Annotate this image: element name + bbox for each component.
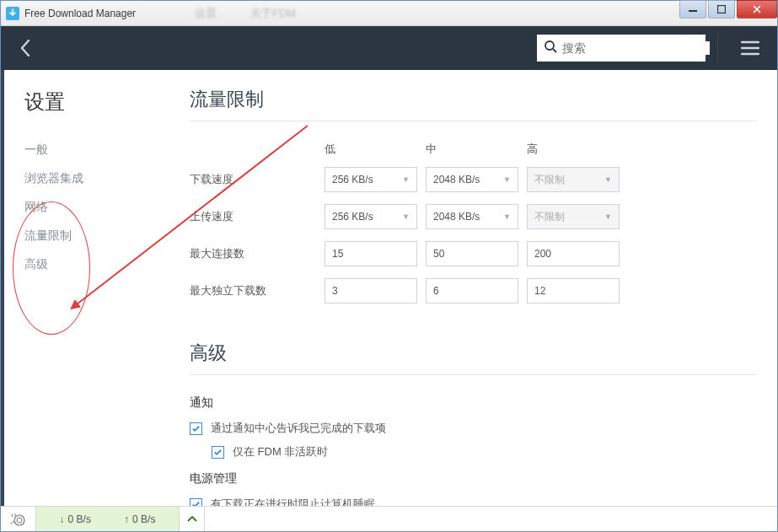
maxconn-mid-input[interactable] xyxy=(426,241,518,266)
maxconn-high-input[interactable] xyxy=(527,241,620,266)
checkbox-row-notify-inactive[interactable]: 仅在 FDM 非活跃时 xyxy=(212,444,757,459)
sidebar-item-network[interactable]: 网络 xyxy=(24,193,169,222)
window-controls xyxy=(678,1,777,25)
search-icon xyxy=(544,40,557,56)
col-mid: 中 xyxy=(426,142,527,157)
subheading-notify: 通知 xyxy=(190,395,757,411)
maxdl-low-input[interactable] xyxy=(325,278,417,304)
checkbox-icon[interactable] xyxy=(190,498,202,507)
settings-sidebar: 设置 一般 浏览器集成 网络 流量限制 高级 xyxy=(1,70,169,506)
upload-high-combo[interactable]: 不限制▼ xyxy=(527,204,620,229)
chevron-down-icon: ▼ xyxy=(402,175,410,184)
label-download-speed: 下载速度 xyxy=(190,172,325,187)
speed-indicator[interactable]: ↓ 0 B/s ↑ 0 B/s xyxy=(36,507,180,531)
section-title-advanced: 高级 xyxy=(190,341,757,375)
close-button[interactable] xyxy=(737,0,777,19)
minimize-button[interactable] xyxy=(679,0,706,19)
chevron-down-icon: ▼ xyxy=(604,212,612,221)
sidebar-item-browser-integration[interactable]: 浏览器集成 xyxy=(24,164,169,193)
traffic-column-headers: 低 中 高 xyxy=(190,142,757,157)
sidebar-item-advanced[interactable]: 高级 xyxy=(24,250,169,279)
section-title-traffic: 流量限制 xyxy=(190,87,757,121)
maxconn-low-input[interactable] xyxy=(325,241,417,266)
download-low-combo[interactable]: 256 KB/s▼ xyxy=(325,167,417,192)
chevron-down-icon: ▼ xyxy=(604,175,612,184)
download-high-combo[interactable]: 不限制▼ xyxy=(527,167,620,192)
status-bar: ↓ 0 B/s ↑ 0 B/s xyxy=(1,506,777,531)
download-speed: ↓ 0 B/s xyxy=(60,513,91,525)
svg-rect-1 xyxy=(689,10,697,12)
row-max-connections: 最大连接数 xyxy=(190,241,757,266)
label-max-connections: 最大连接数 xyxy=(190,246,325,261)
settings-content[interactable]: 流量限制 低 中 高 下载速度 256 KB/s▼ 2048 KB/s▼ 不限制… xyxy=(169,70,777,506)
main-area: 设置 一般 浏览器集成 网络 流量限制 高级 流量限制 低 中 高 下载速度 2… xyxy=(1,70,777,506)
sidebar-title: 设置 xyxy=(24,89,169,116)
row-upload-speed: 上传速度 256 KB/s▼ 2048 KB/s▼ 不限制▼ xyxy=(190,204,757,229)
chevron-down-icon: ▼ xyxy=(503,212,511,221)
checkbox-icon[interactable] xyxy=(190,422,202,435)
chevron-down-icon: ▼ xyxy=(503,175,511,184)
svg-rect-2 xyxy=(718,6,726,13)
maximize-button[interactable] xyxy=(708,0,735,19)
checkbox-label: 有下载正在进行时阻止计算机睡眠 xyxy=(211,497,375,506)
app-icon xyxy=(6,7,19,20)
checkbox-label: 仅在 FDM 非活跃时 xyxy=(233,444,328,459)
checkbox-icon[interactable] xyxy=(212,446,224,459)
sidebar-item-general[interactable]: 一般 xyxy=(24,136,169,164)
title-bar: Free Download Manager 设置关于FDM xyxy=(1,1,777,26)
col-high: 高 xyxy=(527,142,628,157)
snail-mode-button[interactable] xyxy=(1,507,36,531)
search-box[interactable] xyxy=(537,35,706,62)
row-download-speed: 下载速度 256 KB/s▼ 2048 KB/s▼ 不限制▼ xyxy=(190,167,757,192)
checkbox-row-prevent-sleep[interactable]: 有下载正在进行时阻止计算机睡眠 xyxy=(190,497,757,506)
svg-point-6 xyxy=(17,518,22,523)
window-title: Free Download Manager xyxy=(24,8,136,19)
col-low: 低 xyxy=(325,142,426,157)
upload-speed: ↑ 0 B/s xyxy=(124,513,155,525)
subheading-power: 电源管理 xyxy=(190,471,757,486)
row-max-downloads: 最大独立下载数 xyxy=(190,278,757,304)
sidebar-item-traffic-limit[interactable]: 流量限制 xyxy=(24,222,169,250)
menu-button[interactable] xyxy=(733,31,767,65)
checkbox-row-notify-complete[interactable]: 通过通知中心告诉我已完成的下载项 xyxy=(190,421,757,436)
chevron-down-icon: ▼ xyxy=(402,212,410,221)
maxdl-high-input[interactable] xyxy=(527,278,620,304)
expand-status-button[interactable] xyxy=(180,507,205,531)
svg-point-5 xyxy=(14,515,24,525)
app-header xyxy=(1,26,777,70)
svg-point-3 xyxy=(545,41,554,50)
label-max-downloads: 最大独立下载数 xyxy=(190,283,325,298)
checkbox-label: 通过通知中心告诉我已完成的下载项 xyxy=(211,421,386,436)
upload-low-combo[interactable]: 256 KB/s▼ xyxy=(325,204,417,229)
upload-mid-combo[interactable]: 2048 KB/s▼ xyxy=(426,204,518,229)
download-mid-combo[interactable]: 2048 KB/s▼ xyxy=(426,167,518,192)
maxdl-mid-input[interactable] xyxy=(426,278,518,304)
search-input[interactable] xyxy=(562,41,710,55)
label-upload-speed: 上传速度 xyxy=(190,209,325,224)
back-button[interactable] xyxy=(11,34,40,62)
blurred-background-tabs: 设置关于FDM xyxy=(195,1,296,25)
